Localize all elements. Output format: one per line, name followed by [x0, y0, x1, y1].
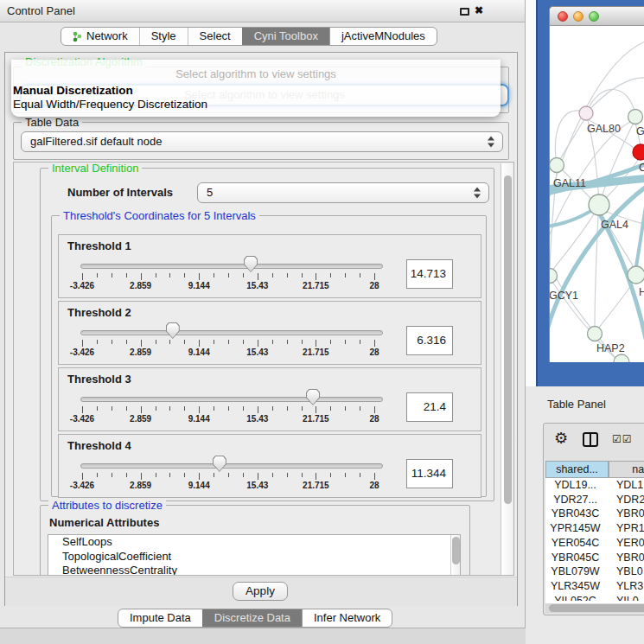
- table-row[interactable]: YDL19...YDL1: [544, 478, 644, 493]
- threshold-slider-track[interactable]: [80, 264, 383, 269]
- numerical-attributes-list[interactable]: SelfLoopsTopologicalCoefficientBetweenne…: [48, 534, 461, 576]
- network-canvas[interactable]: GAL80GACGAL11GAL4GCY1HHAP2: [550, 26, 644, 362]
- tab-discretize-data[interactable]: Discretize Data: [202, 609, 302, 627]
- threshold-slider-handle[interactable]: [166, 322, 180, 339]
- node-gal4[interactable]: [589, 194, 609, 215]
- cell-name: YBL0: [616, 564, 643, 578]
- node-label-hap2: HAP2: [596, 342, 625, 354]
- table-row[interactable]: YPR145WYPR1: [544, 521, 644, 536]
- table-data-combobox[interactable]: galFiltered.sif default node: [21, 131, 503, 152]
- tick-label: 28: [353, 281, 396, 290]
- threshold-panel: Threshold 2 -3.4262.8599.14415.4321.7152…: [58, 301, 481, 365]
- node-green-1[interactable]: [628, 110, 643, 124]
- cell-name: YER0: [616, 536, 644, 550]
- table-row[interactable]: YIL052CYIL0: [544, 594, 644, 601]
- tick-label: 9.144: [177, 414, 220, 424]
- cell-name: YBR0: [616, 507, 644, 520]
- column-header-shared-name[interactable]: shared...: [545, 461, 609, 478]
- popup-item-manual-discretization[interactable]: Manual Discretization: [11, 84, 501, 98]
- popup-prompt-item[interactable]: Select algorithm to view settings: [11, 60, 501, 80]
- edge[interactable]: [586, 78, 644, 113]
- scrollbar-thumb[interactable]: [452, 537, 460, 564]
- popup-item-equal-width-frequency-discretization[interactable]: Equal Width/Frequency Discretization: [11, 98, 501, 112]
- combo-spinner-icon: [488, 137, 495, 148]
- threshold-slider-handle[interactable]: [244, 256, 258, 272]
- threshold-slider-track[interactable]: [80, 463, 383, 469]
- attribute-item-topologicalcoefficient[interactable]: TopologicalCoefficient: [48, 550, 460, 564]
- edge[interactable]: [598, 282, 634, 328]
- table-row[interactable]: YLR345WYLR3: [544, 579, 644, 594]
- tick-label: -3.426: [61, 481, 104, 490]
- threshold-label: Threshold 2: [67, 306, 131, 319]
- threshold-value-field[interactable]: 11.344: [406, 459, 453, 488]
- close-icon[interactable]: ✖: [475, 4, 483, 16]
- edge-highlighted[interactable]: [636, 195, 644, 266]
- threshold-slider-track[interactable]: [80, 397, 383, 402]
- scrollbar-thumb[interactable]: [549, 604, 644, 612]
- edge[interactable]: [558, 119, 584, 163]
- minimize-traffic-light-icon[interactable]: [573, 11, 583, 22]
- tab-infer-network[interactable]: Infer Network: [302, 609, 392, 627]
- node-pink[interactable]: [579, 106, 593, 120]
- edge-highlighted[interactable]: [550, 212, 590, 226]
- node-red[interactable]: [633, 144, 644, 160]
- cell-shared-name: YBL079W: [544, 564, 607, 578]
- cell-name: YDL1: [616, 478, 643, 492]
- tab-impute-data[interactable]: Impute Data: [118, 609, 202, 627]
- tick-label: -3.426: [61, 348, 104, 357]
- close-traffic-light-icon[interactable]: [558, 11, 568, 22]
- node-bottom[interactable]: [614, 354, 629, 362]
- attributes-list-scrollbar[interactable]: [450, 535, 460, 576]
- cell-shared-name: YPR145W: [544, 521, 607, 535]
- number-of-intervals-combobox[interactable]: 5: [197, 182, 489, 203]
- table-row[interactable]: YBR045CYBR0: [544, 551, 644, 565]
- tab-cyni-toolbox[interactable]: Cyni Toolbox: [242, 28, 329, 45]
- table-horizontal-scrollbar[interactable]: [545, 603, 644, 613]
- threshold-value-field[interactable]: 21.4: [406, 392, 453, 422]
- node-green-3[interactable]: [628, 266, 644, 284]
- scrollbar-thumb[interactable]: [504, 175, 512, 504]
- node-green-2[interactable]: [550, 158, 564, 173]
- tick-label: 2.859: [119, 414, 163, 424]
- zoom-traffic-light-icon[interactable]: [589, 11, 599, 22]
- tab-network[interactable]: Network: [61, 28, 139, 45]
- columns-icon[interactable]: [583, 432, 598, 447]
- threshold-value-field[interactable]: 6.316: [406, 326, 453, 355]
- node-gcy1[interactable]: [550, 269, 558, 284]
- node-label-c: C: [639, 162, 644, 174]
- threshold-slider-handle[interactable]: [213, 456, 226, 472]
- tab-select[interactable]: Select: [188, 28, 242, 45]
- settings-vertical-scrollbar[interactable]: [501, 163, 513, 576]
- table-row[interactable]: YBR043CYBR0: [544, 507, 644, 521]
- table-row[interactable]: YDR27...YDR2: [544, 493, 644, 507]
- edge[interactable]: [552, 213, 595, 271]
- table-row[interactable]: YBL079WYBL0: [544, 564, 644, 579]
- node-hap2[interactable]: [588, 327, 603, 341]
- cell-name: YIL0: [616, 594, 639, 601]
- tab-jactivemnodules[interactable]: jActiveMNodules: [329, 28, 437, 45]
- table-row[interactable]: YER054CYER0: [544, 536, 644, 551]
- group-title: Table Data: [22, 116, 82, 129]
- table-panel-title: Table Panel: [547, 398, 606, 411]
- float-window-icon[interactable]: [460, 8, 469, 16]
- algorithm-dropdown-popup: Select algorithm to view settings Manual…: [11, 60, 501, 117]
- edge[interactable]: [586, 89, 635, 115]
- cell-shared-name: YDL19...: [544, 478, 607, 492]
- threshold-slider-track[interactable]: [80, 330, 383, 335]
- tab-style[interactable]: Style: [139, 28, 188, 45]
- select-columns-checkboxes-icon[interactable]: ☑☑: [612, 433, 633, 445]
- group-title: Threshold's Coordinates for 5 Intervals: [60, 209, 259, 222]
- attribute-item-betweennesscentrality[interactable]: BetweennessCentrality: [48, 564, 460, 576]
- tick-label: -3.426: [61, 414, 104, 424]
- tick-label: 2.859: [119, 281, 163, 290]
- column-header-name[interactable]: name: [609, 461, 644, 478]
- top-tabbar: NetworkStyleSelectCyni ToolboxjActiveMNo…: [61, 27, 437, 46]
- threshold-panel: Threshold 4 -3.4262.8599.14415.4321.7152…: [58, 434, 481, 498]
- threshold-slider-handle[interactable]: [306, 389, 320, 405]
- tick-label: 15.43: [236, 348, 279, 357]
- apply-button[interactable]: Apply: [233, 582, 288, 601]
- gear-icon[interactable]: ⚙: [554, 429, 568, 448]
- threshold-value-field[interactable]: 14.713: [406, 259, 453, 289]
- node-label-gal80: GAL80: [587, 123, 621, 135]
- attribute-item-selfloops[interactable]: SelfLoops: [48, 535, 460, 550]
